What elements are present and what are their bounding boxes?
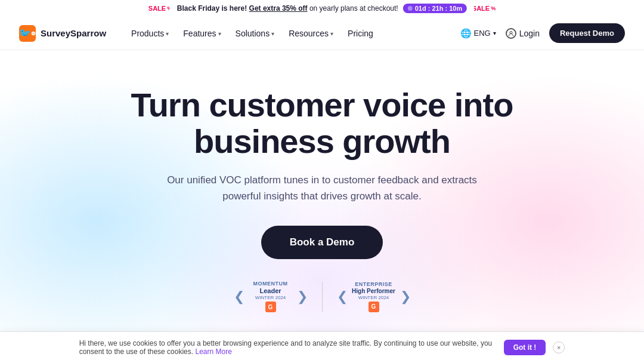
hero-section: Turn customer voice into business growth… bbox=[0, 50, 644, 337]
badge-inner: Enterprise High Performer WINTER 2024 G bbox=[350, 281, 398, 312]
request-demo-button[interactable]: Request Demo bbox=[549, 23, 625, 43]
hero-content: Turn customer voice into business growth… bbox=[95, 87, 549, 313]
chevron-down-icon: ▾ bbox=[493, 30, 496, 36]
nav-left: SurveySparrow Products ▾ Features ▾ Solu… bbox=[19, 25, 379, 42]
navbar: SurveySparrow Products ▾ Features ▾ Solu… bbox=[0, 17, 644, 50]
wreath-left-icon: ❮ bbox=[337, 290, 348, 303]
logo-link[interactable]: SurveySparrow bbox=[19, 25, 106, 42]
sale-center-content: Black Friday is here! Get extra 35% off … bbox=[170, 4, 474, 13]
lang-label: ENG bbox=[474, 29, 491, 38]
language-selector[interactable]: 🌐 ENG ▾ bbox=[460, 28, 496, 39]
badges-section: ❮ Momentum Leader WINTER 2024 G ❯ ❮ Ente… bbox=[95, 281, 549, 312]
hero-subtitle: Our unified VOC platform tunes in to cus… bbox=[155, 172, 489, 204]
book-demo-button[interactable]: Book a Demo bbox=[261, 226, 383, 259]
user-icon bbox=[506, 28, 516, 39]
countdown-timer: 01d : 21h : 10m bbox=[403, 4, 467, 13]
svg-point-1 bbox=[33, 32, 34, 33]
chevron-down-icon: ▾ bbox=[271, 30, 274, 37]
wreath-right-icon: ❯ bbox=[297, 290, 308, 303]
nav-right: 🌐 ENG ▾ Login Request Demo bbox=[460, 23, 625, 43]
chevron-down-icon: ▾ bbox=[218, 30, 221, 37]
svg-point-2 bbox=[510, 31, 512, 33]
nav-solutions[interactable]: Solutions ▾ bbox=[230, 25, 281, 42]
logo-icon bbox=[19, 25, 36, 42]
svg-point-0 bbox=[32, 32, 33, 33]
wreath-left-icon: ❮ bbox=[234, 290, 244, 303]
timer-dot bbox=[408, 6, 413, 11]
badge-momentum-leader: ❮ Momentum Leader WINTER 2024 G ❯ bbox=[234, 281, 308, 312]
sale-banner: SALE % SALE % SALE % SALE % SALE % SALE … bbox=[0, 0, 644, 17]
chevron-down-icon: ▾ bbox=[330, 30, 333, 37]
login-label: Login bbox=[519, 29, 540, 38]
logo-text: SurveySparrow bbox=[41, 28, 106, 38]
badge-inner: Momentum Leader WINTER 2024 G bbox=[247, 281, 295, 312]
globe-icon: 🌐 bbox=[460, 28, 472, 39]
cookie-banner: Hi there, we use cookies to offer you a … bbox=[0, 331, 644, 337]
nav-links: Products ▾ Features ▾ Solutions ▾ Resour… bbox=[125, 25, 379, 42]
nav-features[interactable]: Features ▾ bbox=[177, 25, 227, 42]
nav-resources[interactable]: Resources ▾ bbox=[283, 25, 339, 42]
badge-wreath: ❮ Momentum Leader WINTER 2024 G ❯ bbox=[234, 281, 308, 312]
chevron-down-icon: ▾ bbox=[166, 30, 169, 37]
nav-products[interactable]: Products ▾ bbox=[125, 25, 175, 42]
badge-wreath: ❮ Enterprise High Performer WINTER 2024 … bbox=[337, 281, 411, 312]
timer-value: 01d : 21h : 10m bbox=[415, 5, 462, 12]
badge-divider bbox=[322, 282, 323, 312]
g2-logo: G bbox=[369, 302, 379, 312]
badge-enterprise-high-performer: ❮ Enterprise High Performer WINTER 2024 … bbox=[337, 281, 411, 312]
hero-title: Turn customer voice into business growth bbox=[95, 87, 549, 160]
login-button[interactable]: Login bbox=[506, 28, 540, 39]
nav-pricing[interactable]: Pricing bbox=[342, 25, 379, 42]
g2-logo: G bbox=[265, 302, 276, 312]
wreath-right-icon: ❯ bbox=[400, 290, 411, 303]
sale-center-text: Black Friday is here! Get extra 35% off … bbox=[177, 4, 398, 13]
